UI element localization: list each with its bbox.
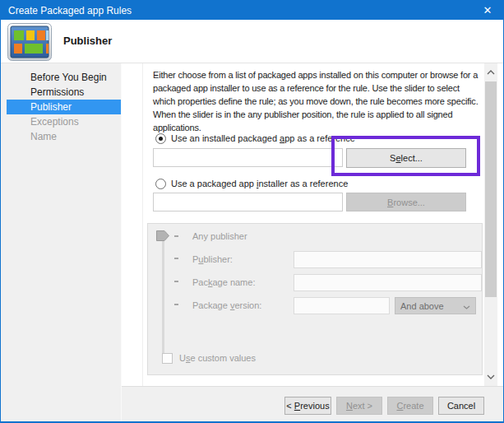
publisher-field-label: Publisher:: [192, 254, 233, 265]
title-bar: Create Packaged app Rules ✕: [1, 1, 503, 20]
scroll-down-icon[interactable]: [484, 371, 497, 383]
package-name-input: [294, 274, 482, 291]
publisher-properties-groupbox: Any publisher Publisher: Package name: P…: [147, 223, 483, 375]
publisher-input: [294, 251, 482, 268]
packaged-app-tiles-icon: [7, 23, 52, 61]
slider-tick: [174, 258, 178, 259]
close-icon[interactable]: ✕: [475, 1, 500, 20]
chevron-down-icon: [463, 301, 470, 311]
content-scrollbar[interactable]: [484, 63, 497, 386]
content-pane-border: [142, 63, 143, 386]
page-title: Publisher: [63, 35, 112, 47]
installed-app-reference-input[interactable]: [153, 148, 343, 167]
package-version-input: [294, 297, 390, 314]
previous-button[interactable]: < Previous: [284, 397, 331, 415]
create-packaged-app-rules-dialog: Create Packaged app Rules ✕ Publishe: [0, 0, 504, 423]
installed-app-radio-label[interactable]: Use an installed packaged app as a refer…: [171, 132, 355, 145]
slider-tick: [174, 304, 178, 305]
slider-tick: [174, 281, 178, 282]
version-scope-dropdown: And above: [395, 297, 476, 314]
package-name-field-label: Package name:: [192, 277, 255, 288]
next-button: Next >: [336, 397, 382, 415]
package-version-field-label: Package version:: [192, 300, 261, 311]
sidebar-item-permissions[interactable]: Permissions: [7, 85, 121, 100]
installer-radio-label[interactable]: Use a packaged app installer as a refere…: [171, 178, 348, 190]
cancel-button[interactable]: Cancel: [438, 397, 484, 415]
window-title: Create Packaged app Rules: [8, 5, 132, 16]
use-custom-values-label: Use custom values: [179, 353, 256, 364]
scrollbar-thumb[interactable]: [485, 81, 497, 297]
installer-reference-input[interactable]: [153, 193, 343, 212]
any-publisher-label: Any publisher: [192, 231, 247, 242]
sidebar-item-publisher[interactable]: Publisher: [7, 100, 121, 114]
slider-tick: [174, 235, 178, 237]
sidebar-item-name: Name: [7, 129, 121, 144]
annotation-highlight-rectangle: [331, 136, 480, 176]
use-custom-values-checkbox: [162, 353, 173, 364]
scroll-up-icon[interactable]: [484, 67, 497, 78]
create-button: Create: [387, 397, 433, 415]
instruction-text: Either choose from a list of packaged ap…: [153, 68, 479, 134]
installed-app-radio[interactable]: [155, 133, 166, 144]
wizard-step-list: Before You Begin Permissions Publisher E…: [1, 63, 122, 421]
specificity-slider-handle: [156, 230, 169, 241]
installer-radio[interactable]: [155, 179, 166, 189]
sidebar-item-before-you-begin[interactable]: Before You Begin: [7, 70, 121, 85]
browse-button: Browse...: [346, 193, 466, 212]
sidebar-item-exceptions: Exceptions: [7, 114, 121, 129]
specificity-slider-track: [162, 241, 164, 363]
